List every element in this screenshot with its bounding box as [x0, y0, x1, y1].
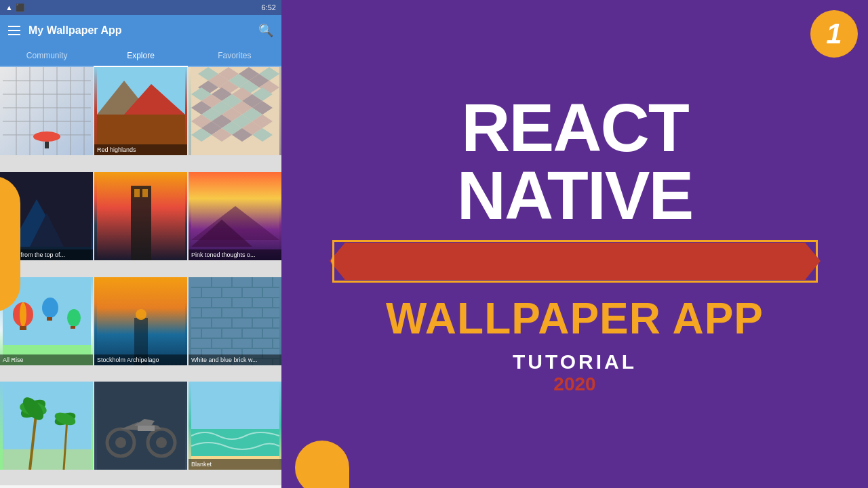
wallpaper-title: All Rise	[0, 354, 93, 365]
svg-rect-69	[47, 317, 52, 321]
wallpaper-thumbnail	[94, 172, 187, 260]
main-title: REACT NATIVE	[457, 94, 692, 229]
svg-rect-57	[131, 186, 151, 260]
app-bar: My Wallpaper App 🔍	[0, 15, 281, 45]
list-item[interactable]	[94, 382, 187, 470]
wallpaper-app-title: WALLPAPER APP	[386, 293, 764, 344]
wallpaper-thumbnail	[0, 382, 93, 470]
list-item[interactable]	[189, 67, 281, 155]
orange-blob-bottom	[295, 441, 349, 488]
title-line2: NATIVE	[457, 161, 692, 229]
tab-bar: Community Explore Favorites	[0, 45, 281, 67]
wallpaper-thumbnail	[189, 172, 281, 260]
wallpaper-thumbnail	[94, 277, 187, 365]
wallpaper-grid: Red highlands	[0, 67, 281, 485]
svg-rect-58	[134, 189, 140, 197]
wallpaper-thumbnail	[0, 67, 93, 155]
phone-screen: ▲ ⬛ 6:52 My Wallpaper App 🔍 Community Ex…	[0, 0, 281, 488]
status-bar: ▲ ⬛ 6:52	[0, 0, 281, 15]
wallpaper-thumbnail	[94, 382, 187, 470]
svg-rect-71	[71, 326, 75, 329]
notification-icon: ⬛	[16, 3, 25, 12]
svg-rect-75	[191, 277, 279, 365]
tutorial-label: TUTORIAL	[513, 350, 637, 373]
tab-community[interactable]: Community	[0, 45, 94, 67]
tab-favorites[interactable]: Favorites	[188, 45, 281, 67]
list-item[interactable]: White and blue brick w...	[189, 277, 281, 365]
svg-rect-59	[142, 189, 148, 197]
svg-point-70	[67, 309, 81, 327]
year-label: 2020	[553, 373, 595, 395]
status-left-icons: ▲ ⬛	[5, 3, 25, 12]
app-title: My Wallpaper App	[28, 24, 258, 37]
wallpaper-thumbnail	[189, 382, 281, 470]
wallpaper-thumbnail	[189, 67, 281, 155]
svg-rect-67	[20, 326, 26, 330]
svg-rect-137	[191, 382, 279, 429]
svg-point-68	[42, 298, 58, 318]
svg-point-66	[20, 302, 26, 327]
svg-point-132	[115, 437, 126, 448]
wallpaper-title: Stockholm Archipelago	[94, 354, 187, 365]
phone-mockup: ▲ ⬛ 6:52 My Wallpaper App 🔍 Community Ex…	[0, 0, 281, 488]
tutorial-panel: 1 REACT NATIVE WALLPAPER APP TUTORIAL 20…	[281, 0, 868, 488]
wallpaper-title: Blanket	[189, 459, 281, 470]
list-item[interactable]: Blanket	[189, 382, 281, 470]
list-item[interactable]: Pink toned thoughts o...	[189, 172, 281, 260]
title-line1: REACT	[457, 94, 692, 161]
list-item[interactable]	[94, 172, 187, 260]
wallpaper-thumbnail	[94, 67, 187, 155]
search-icon[interactable]: 🔍	[258, 23, 273, 38]
banner-border	[332, 240, 818, 283]
svg-point-74	[136, 309, 146, 320]
wallpaper-title: White and blue brick w...	[189, 354, 281, 365]
episode-badge: 1	[810, 10, 858, 58]
wallpaper-title: Pink toned thoughts o...	[189, 249, 281, 260]
status-time: 6:52	[262, 3, 276, 12]
wallpaper-thumbnail	[189, 277, 281, 365]
banner-ribbon	[344, 243, 806, 280]
list-item[interactable]: Stockholm Archipelago	[94, 277, 187, 365]
orange-blob-left	[0, 176, 20, 312]
svg-rect-121	[3, 449, 91, 470]
list-item[interactable]: Red highlands	[94, 67, 187, 155]
tab-explore[interactable]: Explore	[94, 45, 187, 67]
list-item[interactable]	[0, 67, 93, 155]
hamburger-menu-icon[interactable]	[8, 26, 20, 35]
list-item[interactable]	[0, 382, 93, 470]
svg-point-133	[156, 437, 167, 448]
android-icon: ▲	[5, 3, 13, 12]
wallpaper-title: Red highlands	[94, 144, 187, 155]
svg-rect-136	[138, 426, 155, 431]
